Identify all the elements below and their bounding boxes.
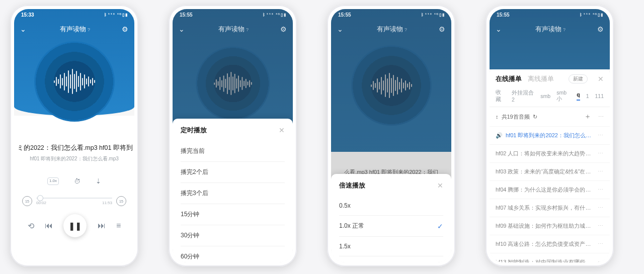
status-bar: 15:55 ᛒ ⁵⁵⁸ ⁴ᴳ ▯ ▮: [490, 9, 610, 20]
more-icon[interactable]: ⋯: [598, 241, 604, 247]
playlist-item[interactable]: hf02 人口：将如何改变未来的大趋势？...⋯: [490, 144, 610, 162]
playlist-item[interactable]: hf09 基础设施：如何作为枢纽助力城乡...⋯: [490, 217, 610, 235]
album-art: [14, 41, 134, 122]
download-icon[interactable]: ⇣: [96, 177, 101, 185]
close-icon[interactable]: ✕: [279, 126, 285, 134]
status-icons: ᛒ ⁵⁵⁸ ⁴ᴳ ▯ ▮: [580, 13, 603, 17]
more-icon[interactable]: ⋯: [598, 114, 604, 120]
header: ⌄ 有声读物? ⚙: [490, 20, 610, 38]
new-playlist-button[interactable]: 新建: [569, 74, 588, 83]
waveform-icon: [54, 69, 95, 94]
track-subtitle: hf01 即将到来的2022：我们怎么看.mp3: [14, 155, 134, 162]
header: ⌄ 有声读物? ⚙: [331, 20, 451, 38]
sub-tab[interactable]: smb小: [556, 89, 571, 103]
timer-option[interactable]: 播完当前: [181, 141, 285, 161]
add-icon[interactable]: ＋: [584, 112, 591, 121]
speed-option[interactable]: 0.5x: [339, 196, 443, 215]
waveform-icon: [371, 73, 412, 98]
sheet-title: 倍速播放: [339, 181, 365, 190]
more-icon[interactable]: ⋯: [598, 223, 604, 229]
refresh-icon[interactable]: ↻: [533, 114, 537, 120]
phone-timer: 15:55 ᛒ ⁵⁵⁸ ⁴ᴳ ▯ ▮ ⌄ 有声读物? ⚙: [169, 5, 297, 266]
header-title: 有声读物: [218, 25, 245, 33]
next-track-icon[interactable]: ⏭: [98, 221, 106, 230]
more-icon[interactable]: ⋯: [598, 205, 604, 211]
timer-icon[interactable]: ⏱: [74, 177, 80, 185]
timer-option[interactable]: 播完2个后: [181, 161, 285, 182]
sub-tab[interactable]: smb: [540, 93, 550, 99]
speed-button[interactable]: 1.0x: [47, 177, 59, 185]
help-icon[interactable]: ?: [563, 27, 566, 32]
header: ⌄ 有声读物? ⚙: [173, 20, 293, 38]
timer-option[interactable]: 15分钟: [181, 204, 285, 225]
more-icon[interactable]: ⋯: [598, 187, 604, 193]
sub-tab[interactable]: q: [577, 92, 580, 101]
status-icons: ᛒ ⁵⁵⁸ ⁴ᴳ ▯ ▮: [421, 13, 444, 17]
progress-slider[interactable]: [36, 198, 112, 199]
speed-option[interactable]: 2.0x: [339, 256, 443, 262]
tab-offline[interactable]: 离线播单: [528, 75, 554, 83]
playlist-item[interactable]: hf03 政策：未来的“高度确定&性&”在哪...⋯: [490, 162, 610, 180]
close-icon[interactable]: ✕: [598, 75, 604, 83]
rewind-15-button[interactable]: 15: [22, 196, 32, 206]
playlist-icon[interactable]: ≡: [116, 221, 121, 230]
sub-tab[interactable]: 外挂混合2: [512, 89, 534, 103]
phone-player: 15:33 ᛒ ⁵⁵⁸ ⁴ᴳ ▯ ▮ ⌄ 有声读物? ⚙: [10, 5, 138, 266]
header-title: 有声读物: [60, 25, 86, 33]
status-time: 15:33: [21, 12, 34, 18]
more-icon[interactable]: ⋯: [598, 259, 604, 262]
gear-icon[interactable]: ⚙: [122, 25, 128, 33]
sub-tabs: 收藏外挂混合2smbsmb小q1111: [490, 87, 610, 107]
status-icons: ᛒ ⁵⁵⁸ ⁴ᴳ ▯ ▮: [104, 13, 127, 17]
gear-icon[interactable]: ⚙: [597, 25, 604, 33]
timer-option[interactable]: 播完3个后: [181, 182, 285, 204]
phone-speed: 15:55 ᛒ ⁵⁵⁸ ⁴ᴳ ▯ ▮ ⌄ 有声读物? ⚙: [327, 5, 455, 266]
status-time: 15:55: [497, 12, 510, 18]
chevron-down-icon[interactable]: ⌄: [496, 25, 506, 33]
repeat-icon[interactable]: ⟲: [28, 221, 34, 231]
shuffle-icon[interactable]: ↕: [496, 114, 499, 120]
playlist-item[interactable]: 🔊hf01 即将到来的2022：我们怎么看...⋯: [490, 126, 610, 144]
speed-option[interactable]: 1.0x 正常✓: [339, 215, 443, 236]
sub-tab[interactable]: 1: [586, 93, 589, 99]
time-elapsed: 00:02: [36, 201, 46, 205]
chevron-down-icon[interactable]: ⌄: [20, 25, 30, 33]
phone-playlist: 15:55 ᛒ ⁵⁵⁸ ⁴ᴳ ▯ ▮ ⌄ 有声读物? ⚙ 在线播单 离线播单 新…: [486, 5, 614, 266]
playlist-item[interactable]: hf04 腾挪：为什么这是你必须学会的生...⋯: [490, 180, 610, 199]
timer-sheet: 定时播放 ✕ 播完当前播完2个后播完3个后15分钟30分钟60分钟取消定时: [173, 119, 293, 262]
gear-icon[interactable]: ⚙: [439, 25, 445, 33]
pause-button[interactable]: ❚❚: [63, 214, 87, 237]
playlist-item[interactable]: hf10 高速公路：怎么把负债变成资产？...⋯: [490, 235, 610, 253]
more-icon[interactable]: ⋯: [598, 132, 604, 139]
sub-tab[interactable]: 收藏: [496, 89, 506, 103]
header-title: 有声读物: [535, 25, 561, 33]
prev-track-icon[interactable]: ⏮: [45, 221, 53, 230]
help-icon[interactable]: ?: [88, 27, 90, 32]
forward-15-button[interactable]: 15: [116, 196, 126, 206]
speed-sheet: 倍速播放 ✕ 0.5x1.0x 正常✓1.5x2.0x: [331, 174, 451, 262]
playlist-item[interactable]: hf07 城乡关系：实现乡村振兴，有什么...⋯: [490, 199, 610, 217]
more-icon[interactable]: ⋯: [598, 150, 604, 157]
close-icon[interactable]: ✕: [437, 181, 443, 190]
sheet-title: 定时播放: [181, 126, 207, 135]
help-icon[interactable]: ?: [246, 27, 249, 32]
sub-tab[interactable]: 111: [595, 93, 604, 99]
playlist-item[interactable]: hf13 智能制造：对中国制造业有哪些好...⋯: [490, 253, 610, 262]
gear-icon[interactable]: ⚙: [280, 25, 287, 33]
status-time: 15:55: [180, 12, 193, 18]
status-bar: 15:55 ᛒ ⁵⁵⁸ ⁴ᴳ ▯ ▮: [331, 9, 451, 20]
speed-option[interactable]: 1.5x: [339, 236, 443, 256]
tab-online[interactable]: 在线播单: [496, 75, 522, 83]
status-bar: 15:33 ᛒ ⁵⁵⁸ ⁴ᴳ ▯ ▮: [14, 9, 134, 20]
chevron-down-icon[interactable]: ⌄: [179, 25, 189, 33]
header-title: 有声读物: [377, 25, 403, 33]
status-icons: ᛒ ⁵⁵⁸ ⁴ᴳ ▯ ▮: [263, 13, 286, 17]
help-icon[interactable]: ?: [405, 27, 407, 32]
timer-option[interactable]: 60分钟: [181, 246, 285, 262]
playlist-panel: 在线播单 离线播单 新建 ✕ 收藏外挂混合2smbsmb小q1111 ↕ 共19…: [490, 69, 610, 262]
time-total: 11:53: [102, 201, 112, 205]
timer-option[interactable]: 30分钟: [181, 225, 285, 246]
speaker-icon: 🔊: [496, 132, 503, 139]
more-icon[interactable]: ⋯: [598, 168, 604, 175]
chevron-down-icon[interactable]: ⌄: [337, 25, 347, 33]
